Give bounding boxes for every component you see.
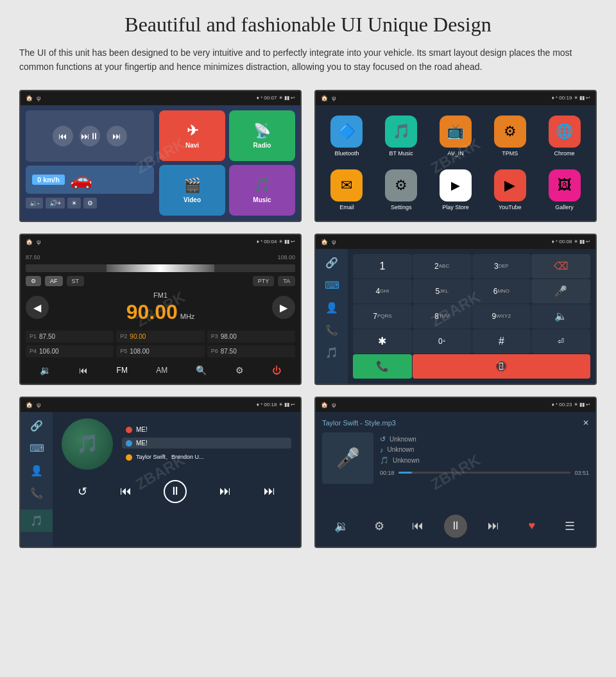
preset-1[interactable]: P1 87.50 <box>26 330 114 343</box>
dial-3[interactable]: 3DEF <box>472 254 531 279</box>
radio-vol-down[interactable]: 🔉 <box>40 365 51 375</box>
radio-skip-back[interactable]: ⏮ <box>79 365 88 375</box>
dial-5[interactable]: 5JKL <box>413 279 472 304</box>
app-avin[interactable]: 📺 AV_IN <box>431 112 481 160</box>
radio-af-btn[interactable]: AF <box>45 276 63 286</box>
settings-icon[interactable]: ⚙ <box>83 198 97 209</box>
phone-contact-icon[interactable]: 👤 <box>325 302 338 314</box>
phone-recent-icon[interactable]: 📞 <box>325 324 338 336</box>
nowplay-close-btn[interactable]: ✕ <box>583 418 589 427</box>
video-tile[interactable]: 🎬 Video <box>159 165 225 216</box>
nowplay-vol-btn[interactable]: 🔉 <box>330 515 353 538</box>
radio-ta-btn[interactable]: TA <box>278 276 295 286</box>
preset-3[interactable]: P3 98.00 <box>207 330 295 343</box>
vol-down[interactable]: 🔉- <box>26 198 43 209</box>
app-chrome[interactable]: 🌐 Chrome <box>540 112 589 160</box>
dial-hold[interactable]: ⏎ <box>531 329 590 354</box>
phone-link-icon[interactable]: 🔗 <box>325 257 338 269</box>
music-link-icon[interactable]: 🔗 <box>30 420 43 432</box>
navi-tile[interactable]: ✈ Navi <box>159 110 225 161</box>
radio-pty-btn[interactable]: PTY <box>253 276 275 286</box>
music-dialpad-icon[interactable]: ⌨ <box>30 442 44 454</box>
preset-5[interactable]: P5 108.00 <box>116 345 204 357</box>
prev-button[interactable]: ⏮ <box>53 126 73 146</box>
status-bar-1: 🏠 ψ ♦ * 00:07 ☀ ▮▮ ↩ <box>21 91 300 105</box>
dial-mute[interactable]: 🎤 <box>531 279 590 304</box>
music-play-btn[interactable]: ⏸ <box>164 480 187 503</box>
nowplay-prev-btn[interactable]: ⏮ <box>406 515 429 538</box>
preset-6[interactable]: P6 87.50 <box>207 345 295 357</box>
music-next-btn[interactable]: ⏭ <box>219 484 231 498</box>
track-item-3[interactable]: Taylor Swift、Brendon U... <box>122 451 291 463</box>
radio-next-btn[interactable]: ▶ <box>272 296 295 319</box>
preset-2[interactable]: P2 90.00 <box>116 330 204 343</box>
nowplay-fav-btn[interactable]: ♥ <box>520 515 543 538</box>
nowplay-info: ↺ Unknown ♪ Unknown 🎵 Unknown 00:18 <box>380 433 589 507</box>
nowplay-play-btn[interactable]: ⏸ <box>444 515 467 538</box>
screenshot-music: ZBARK 🏠 ψ ♦ * 00:18 ☀ ▮▮ ↩ 🔗 ⌨ 👤 📞 🎵 <box>19 397 302 548</box>
radio-st-btn[interactable]: ST <box>67 276 85 286</box>
music-contact-icon[interactable]: 👤 <box>30 465 43 477</box>
status-bar-right-4: ♦ * 00:08 ☀ ▮▮ ↩ <box>552 239 590 244</box>
dial-delete[interactable]: ⌫ <box>531 254 590 279</box>
dial-end[interactable]: 📵 <box>413 354 590 379</box>
radio-tuner-bar[interactable] <box>26 264 295 272</box>
dial-8[interactable]: 8TUV <box>413 304 472 329</box>
page-description: The UI of this unit has been designed to… <box>19 46 597 74</box>
app-playstore[interactable]: ▶ Play Store <box>431 166 481 214</box>
status-bar-right-5: ♦ * 00:18 ☀ ▮▮ ↩ <box>257 402 295 407</box>
next-button[interactable]: ⏭ <box>107 126 127 146</box>
music-shuffle-btn[interactable]: ↺ <box>78 484 87 499</box>
music-note-icon[interactable]: 🎵 <box>21 510 53 532</box>
dial-7[interactable]: 7PQRS <box>353 304 412 329</box>
app-email[interactable]: ✉ Email <box>322 166 372 214</box>
dial-4[interactable]: 4GHI <box>353 279 412 304</box>
radio-power[interactable]: ⏻ <box>272 365 281 375</box>
music-tile[interactable]: 🎵 Music <box>229 165 295 216</box>
screenshot-radio: ZBARK 🏠 ψ ♦ * 00:04 ☀ ▮▮ ↩ 87.50 108.00 <box>19 234 302 385</box>
app-youtube[interactable]: ▶ YouTube <box>485 166 535 214</box>
dial-star[interactable]: ✱ <box>353 329 412 354</box>
tuner-fill <box>107 264 214 272</box>
nowplay-eq-btn[interactable]: ⚙ <box>368 515 391 538</box>
phone-dialpad-icon[interactable]: ⌨ <box>325 279 339 291</box>
app-settings[interactable]: ⚙ Settings <box>377 166 426 214</box>
radio-fm-btn[interactable]: FM <box>117 366 128 375</box>
app-gallery[interactable]: 🖼 Gallery <box>540 166 589 214</box>
dial-hash[interactable]: # <box>472 329 531 354</box>
app-tpms[interactable]: ⚙ TPMS <box>485 112 535 160</box>
dial-6[interactable]: 6MNO <box>472 279 531 304</box>
playstore-icon: ▶ <box>440 169 472 201</box>
app-btmusic[interactable]: 🎵 BT Music <box>377 112 426 160</box>
nowplay-next-btn[interactable]: ⏭ <box>482 515 505 538</box>
app-bluetooth[interactable]: 🔷 Bluetooth <box>322 112 372 160</box>
page-title: Beautiful and fashionable UI Unique Desi… <box>19 13 597 37</box>
status-bar-left-2: 🏠 ψ <box>321 95 336 101</box>
phone-music-icon[interactable]: 🎵 <box>325 347 338 359</box>
app-grid-body: 🔷 Bluetooth 🎵 BT Music 📺 AV_IN ⚙ TPMS 🌐 <box>316 105 595 221</box>
radio-tile[interactable]: 📡 Radio <box>229 110 295 161</box>
play-pause-button[interactable]: ⏭⏸ <box>80 126 100 146</box>
track-item-1[interactable]: ME! <box>122 424 291 435</box>
radio-search[interactable]: 🔍 <box>196 365 207 375</box>
music-call-icon[interactable]: 📞 <box>30 487 43 499</box>
music-prev-btn[interactable]: ⏮ <box>120 484 132 498</box>
chrome-icon: 🌐 <box>549 116 581 148</box>
dial-0[interactable]: 0+ <box>413 329 472 354</box>
track-item-2[interactable]: ME! <box>122 438 291 449</box>
dial-vol[interactable]: 🔈 <box>531 304 590 329</box>
dial-1[interactable]: 1 <box>353 254 412 279</box>
radio-am-btn[interactable]: AM <box>156 366 167 375</box>
dial-2[interactable]: 2ABC <box>413 254 472 279</box>
vol-up[interactable]: 🔊+ <box>46 198 65 209</box>
preset-4[interactable]: P4 106.00 <box>26 345 114 357</box>
brightness-icon[interactable]: ☀ <box>67 198 81 209</box>
radio-eq[interactable]: ⚙ <box>235 365 244 375</box>
status-bar-left-1: 🏠 ψ <box>26 95 40 101</box>
dial-9[interactable]: 9WXYZ <box>472 304 531 329</box>
radio-prev-btn[interactable]: ◀ <box>26 296 49 319</box>
nowplay-list-btn[interactable]: ☰ <box>558 515 581 538</box>
radio-settings-btn[interactable]: ⚙ <box>26 276 41 286</box>
music-repeat-btn[interactable]: ⏭ <box>264 484 275 498</box>
dial-call[interactable]: 📞 <box>353 354 412 379</box>
